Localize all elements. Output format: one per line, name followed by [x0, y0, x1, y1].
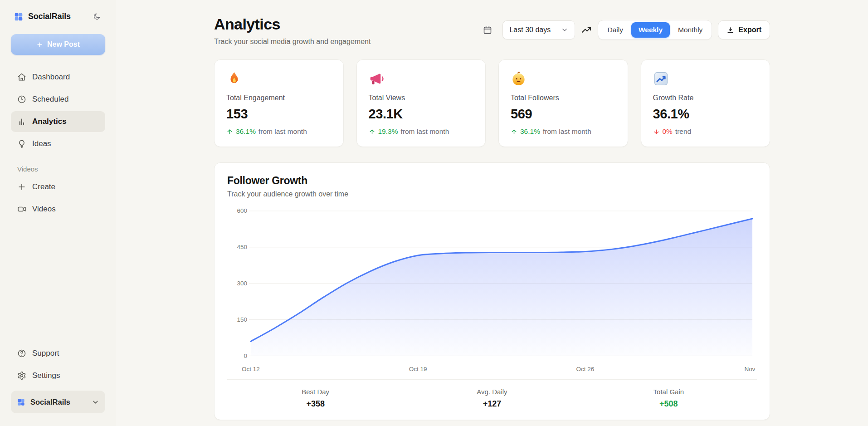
period-daily-button[interactable]: Daily [600, 22, 630, 38]
header-controls: Last 30 days Daily Weekly Monthly Export [478, 20, 770, 40]
chart-subtitle: Track your audience growth over time [227, 190, 757, 198]
sidebar-item-label: Scheduled [32, 95, 68, 104]
svg-text:Oct 12: Oct 12 [242, 366, 260, 372]
stat-delta: 36.1% from last month [511, 127, 616, 136]
summary-label: Avg. Daily [404, 388, 580, 396]
svg-text:Oct 26: Oct 26 [576, 366, 594, 372]
socialrails-logo-icon [17, 398, 25, 406]
summary-value: +127 [404, 399, 580, 409]
plus-icon [36, 41, 43, 48]
sidebar-item-label: Analytics [32, 117, 67, 126]
date-range-value: Last 30 days [509, 26, 551, 34]
follower-growth-card: Follower Growth Track your audience grow… [214, 162, 770, 420]
sidebar-item-scheduled[interactable]: Scheduled [11, 89, 105, 110]
app-logo: SocialRails [14, 12, 71, 22]
moon-icon [93, 13, 101, 20]
stat-label: Growth Rate [653, 94, 758, 102]
svg-text:Nov 2: Nov 2 [744, 366, 757, 372]
stat-delta-pct: 19.3% [378, 127, 398, 136]
period-monthly-button[interactable]: Monthly [671, 22, 710, 38]
follower-growth-chart[interactable]: 0150300450600Oct 12Oct 19Oct 26Nov 2 [227, 204, 757, 376]
stat-delta-pct: 36.1% [236, 127, 256, 136]
sidebar-item-ideas[interactable]: Ideas [11, 133, 105, 154]
socialrails-logo-icon [14, 12, 24, 22]
sidebar-item-label: Dashboard [32, 73, 70, 82]
svg-text:300: 300 [237, 280, 247, 287]
stat-label: Total Engagement [226, 94, 332, 102]
summary-best-day: Best Day +358 [227, 388, 404, 409]
summary-total-gain: Total Gain +508 [580, 388, 757, 409]
stat-cards: Total Engagement 153 36.1% from last mon… [214, 59, 770, 147]
video-camera-icon [17, 205, 26, 214]
calendar-icon [483, 25, 492, 34]
bar-chart-icon [17, 117, 26, 126]
summary-label: Total Gain [580, 388, 757, 396]
sidebar-item-label: Settings [32, 371, 60, 380]
main-area: Analytics Track your social media growth… [116, 0, 868, 426]
summary-label: Best Day [227, 388, 404, 396]
sidebar-item-label: Videos [32, 205, 56, 214]
main-nav: Dashboard Scheduled Analytics Ideas [11, 67, 105, 154]
page-title: Analytics [214, 15, 371, 33]
help-circle-icon [17, 349, 26, 358]
stat-card-engagement: Total Engagement 153 36.1% from last mon… [214, 59, 344, 147]
chart-increasing-icon [653, 71, 669, 87]
sidebar-item-label: Ideas [32, 139, 51, 148]
stat-delta-note: from last month [400, 127, 449, 136]
chart-summary: Best Day +358 Avg. Daily +127 Total Gain… [227, 379, 757, 409]
new-post-button[interactable]: New Post [11, 34, 105, 55]
sidebar-item-create[interactable]: Create [11, 176, 105, 197]
home-icon [17, 73, 26, 82]
stat-label: Total Views [369, 94, 474, 102]
account-name: SocialRails [30, 398, 87, 406]
stat-delta-note: trend [675, 127, 691, 136]
stat-card-views: Total Views 23.1K 19.3% from last month [356, 59, 486, 147]
summary-avg-daily: Avg. Daily +127 [404, 388, 580, 409]
sidebar-item-label: Support [32, 349, 59, 358]
svg-text:600: 600 [237, 207, 247, 214]
sidebar-item-label: Create [32, 182, 55, 191]
stat-delta: 0% trend [653, 127, 758, 136]
clock-icon [17, 95, 26, 104]
stat-card-growth-rate: Growth Rate 36.1% 0% trend [641, 59, 770, 147]
date-range-select[interactable]: Last 30 days [502, 20, 575, 39]
sidebar-item-dashboard[interactable]: Dashboard [11, 67, 105, 88]
arrow-up-icon [369, 128, 375, 135]
new-post-label: New Post [47, 40, 80, 49]
calendar-button[interactable] [478, 21, 497, 39]
sidebar-item-settings[interactable]: Settings [11, 365, 105, 386]
stat-value: 153 [226, 107, 332, 122]
baby-icon [511, 71, 527, 87]
logo-row: SocialRails [11, 11, 105, 22]
app-name: SocialRails [28, 12, 71, 21]
stat-delta-note: from last month [543, 127, 591, 136]
sidebar: SocialRails New Post Dashboard Scheduled… [0, 0, 116, 426]
chevron-down-icon [561, 26, 568, 34]
page-subtitle: Track your social media growth and engag… [214, 38, 371, 46]
download-icon [727, 26, 734, 34]
lightbulb-icon [17, 139, 26, 148]
summary-value: +358 [227, 399, 404, 409]
svg-text:150: 150 [237, 316, 247, 323]
megaphone-icon [369, 71, 385, 87]
stat-card-followers: Total Followers 569 36.1% from last mont… [498, 59, 628, 147]
period-segmented-control: Daily Weekly Monthly [598, 20, 712, 40]
svg-text:Oct 19: Oct 19 [409, 366, 427, 372]
stat-delta: 19.3% from last month [369, 127, 474, 136]
sidebar-item-support[interactable]: Support [11, 343, 105, 364]
stat-delta-pct: 36.1% [520, 127, 540, 136]
sidebar-spacer [11, 220, 105, 343]
videos-section-label: Videos [17, 165, 105, 173]
stat-delta-note: from last month [258, 127, 307, 136]
sidebar-item-videos[interactable]: Videos [11, 199, 105, 220]
period-weekly-button[interactable]: Weekly [631, 22, 670, 38]
sidebar-item-analytics[interactable]: Analytics [11, 111, 105, 132]
dark-mode-toggle[interactable] [91, 11, 102, 22]
export-button[interactable]: Export [718, 20, 770, 39]
stat-label: Total Followers [511, 94, 616, 102]
stat-value: 23.1K [369, 107, 474, 122]
svg-text:450: 450 [237, 244, 247, 250]
chevron-down-icon [92, 398, 99, 406]
account-switcher[interactable]: SocialRails [11, 391, 105, 413]
stat-delta-pct: 0% [663, 127, 673, 136]
